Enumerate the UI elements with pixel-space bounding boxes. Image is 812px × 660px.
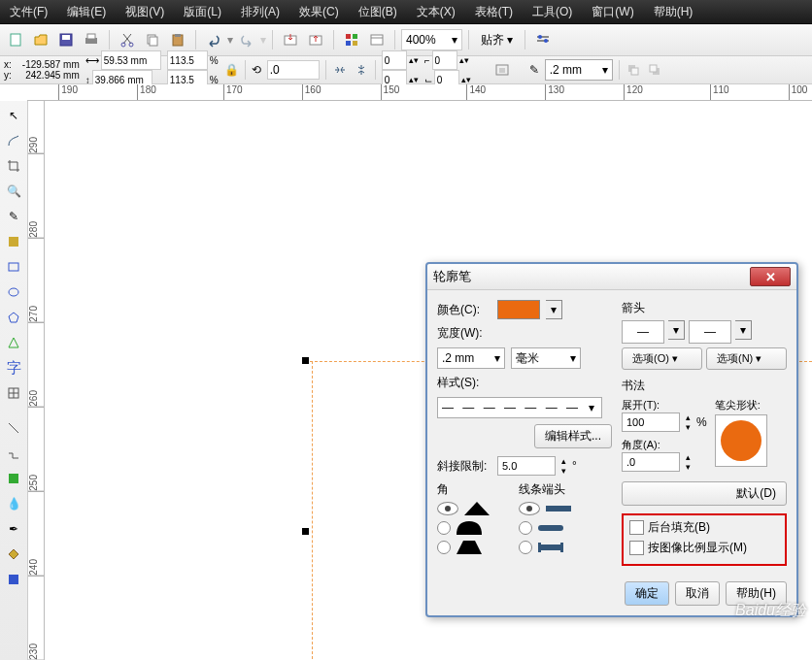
miter-input[interactable]: 5.0 [497, 456, 556, 476]
export-icon[interactable] [304, 28, 327, 51]
menu-file[interactable]: 文件(F) [0, 0, 57, 23]
mirror-v-icon[interactable] [354, 62, 369, 78]
outline-tool[interactable]: ✒ [3, 518, 24, 540]
scale-with-image-checkbox[interactable] [629, 541, 644, 555]
menu-help[interactable]: 帮助(H) [644, 0, 703, 23]
connector-tool[interactable] [3, 443, 24, 464]
spread-input[interactable]: 100 [622, 412, 680, 432]
print-icon[interactable] [80, 28, 103, 51]
undo-icon[interactable] [202, 28, 225, 51]
options-icon[interactable] [531, 28, 555, 51]
arrow-start-dd[interactable]: ▾ [668, 320, 685, 340]
options-right-button[interactable]: 选项(N) ▾ [706, 347, 787, 370]
lock-ratio-icon[interactable]: 🔒 [224, 63, 239, 77]
arrow-label: 箭头 [622, 300, 787, 316]
shape-tool[interactable] [3, 130, 24, 151]
cancel-button[interactable]: 取消 [675, 581, 720, 606]
arrow-end[interactable]: — [689, 320, 731, 344]
close-icon[interactable]: ✕ [750, 267, 791, 286]
selection-handle[interactable] [302, 357, 309, 364]
height-icon: ↕ [85, 75, 90, 85]
angle-input[interactable]: .0 [622, 452, 680, 472]
svg-rect-27 [650, 65, 657, 72]
open-icon[interactable] [29, 28, 52, 51]
outline-pen-dialog: 轮廓笔 ✕ 颜色(C):▾ 宽度(W): .2 mm▾ 毫米▾ 样式(S): —… [425, 262, 798, 617]
cap-square-radio[interactable] [519, 541, 532, 554]
default-button[interactable]: 默认(D) [622, 481, 787, 506]
crop-tool[interactable] [3, 155, 24, 177]
ellipse-tool[interactable] [3, 281, 24, 303]
rectangle-tool[interactable] [3, 256, 24, 278]
menu-edit[interactable]: 编辑(E) [57, 0, 116, 23]
freehand-tool[interactable]: ✎ [3, 206, 24, 227]
cap-round-radio[interactable] [519, 521, 532, 535]
app-launcher-icon[interactable] [340, 28, 363, 51]
corner-miter-radio[interactable] [437, 502, 458, 515]
scalex-input[interactable]: 113.5 [167, 50, 208, 70]
menu-arrange[interactable]: 排列(A) [231, 0, 289, 23]
snap-dropdown[interactable]: 贴齐 ▾ [475, 32, 519, 49]
welcome-icon[interactable] [365, 28, 389, 51]
to-back-icon[interactable] [647, 62, 662, 78]
pick-tool[interactable]: ↖ [3, 105, 24, 126]
table-tool[interactable] [3, 382, 24, 404]
cut-icon[interactable] [116, 28, 139, 51]
menu-bitmap[interactable]: 位图(B) [349, 0, 407, 23]
arrow-start[interactable]: — [622, 320, 664, 344]
color-swatch[interactable] [497, 300, 540, 319]
dialog-title: 轮廓笔 [433, 268, 471, 285]
outline-width-input[interactable]: .2 mm▾ [545, 59, 613, 81]
ok-button[interactable]: 确定 [625, 581, 669, 606]
svg-rect-34 [546, 506, 571, 512]
menu-layout[interactable]: 版面(L) [174, 0, 231, 23]
mirror-h-icon[interactable] [332, 62, 348, 78]
basic-shapes-tool[interactable] [3, 332, 24, 353]
paste-icon[interactable] [166, 28, 189, 51]
cap-flat-radio[interactable] [519, 502, 540, 515]
to-front-icon[interactable] [626, 62, 641, 78]
effects-tool[interactable] [3, 468, 24, 489]
menu-effects[interactable]: 效果(C) [289, 0, 349, 23]
ruler-vertical: 290 280 270 260 250 240 230 [28, 101, 45, 660]
behind-fill-checkbox[interactable] [629, 520, 644, 535]
menu-view[interactable]: 视图(V) [116, 0, 174, 23]
menu-text[interactable]: 文本(X) [407, 0, 465, 23]
arrow-end-dd[interactable]: ▾ [735, 320, 752, 340]
corner-icon: ⌐ [424, 55, 430, 66]
unit-select[interactable]: 毫米▾ [511, 347, 581, 369]
degree-label: ° [572, 459, 577, 473]
selection-handle[interactable] [302, 528, 309, 535]
menu-tools[interactable]: 工具(O) [523, 0, 582, 23]
zoom-level[interactable]: 400%▾ [401, 29, 462, 50]
text-tool[interactable]: 字 [3, 357, 24, 379]
menu-window[interactable]: 窗口(W) [582, 0, 643, 23]
corner-bevel-radio[interactable] [437, 541, 451, 554]
color-dropdown[interactable]: ▾ [546, 300, 562, 319]
nib-preview [715, 414, 767, 467]
corner-round-radio[interactable] [437, 521, 451, 535]
wrap-icon[interactable] [494, 62, 510, 78]
interactive-fill-tool[interactable] [3, 569, 24, 590]
polygon-tool[interactable] [3, 307, 24, 328]
rotation-input[interactable]: .0 [267, 60, 320, 80]
save-icon[interactable] [54, 28, 78, 51]
width-select[interactable]: .2 mm▾ [437, 347, 505, 369]
options-left-button[interactable]: 选项(O) ▾ [622, 347, 702, 370]
import-icon[interactable] [279, 28, 302, 51]
fill-tool[interactable] [3, 544, 24, 565]
svg-rect-23 [499, 68, 505, 73]
new-icon[interactable] [4, 28, 27, 51]
svg-rect-38 [560, 543, 563, 552]
dimension-tool[interactable] [3, 417, 24, 439]
style-select[interactable]: — — — — — — —▾ [437, 397, 602, 418]
corner-tl[interactable]: 0 [432, 50, 457, 70]
smart-fill-tool[interactable] [3, 231, 24, 252]
copy-icon[interactable] [141, 28, 164, 51]
eyedropper-tool[interactable]: 💧 [3, 493, 24, 514]
zoom-tool[interactable]: 🔍 [3, 181, 24, 202]
menu-table[interactable]: 表格(T) [465, 0, 523, 23]
edit-style-button[interactable]: 编辑样式... [534, 424, 612, 448]
width-input[interactable]: 59.53 mm [101, 50, 161, 70]
redo-icon[interactable] [235, 28, 258, 51]
origin-x[interactable]: 0 [382, 50, 407, 70]
